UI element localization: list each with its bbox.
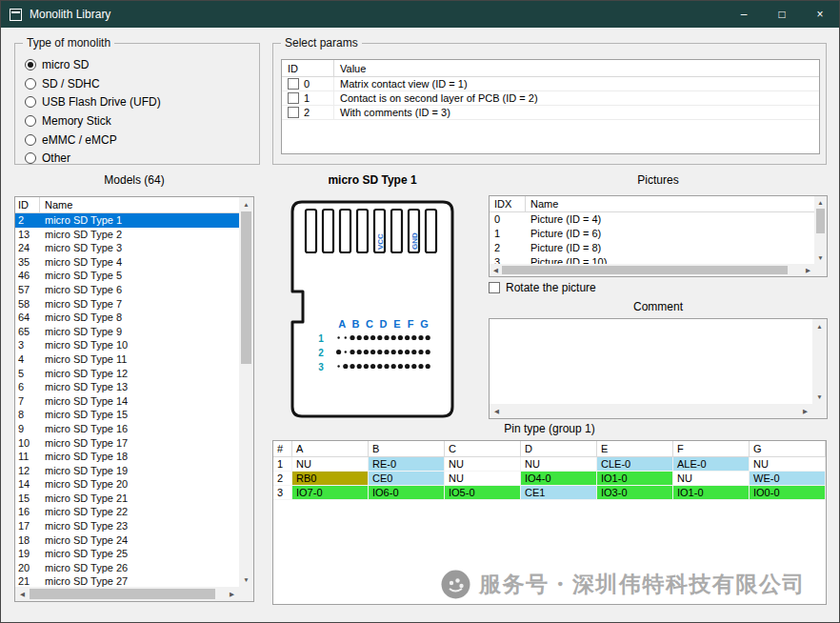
minimize-button[interactable]: – bbox=[725, 1, 763, 28]
pin-cell[interactable]: ALE-0 bbox=[673, 457, 750, 472]
model-row[interactable]: 18micro SD Type 24 bbox=[15, 533, 239, 548]
pin-cell[interactable]: CE1 bbox=[521, 486, 597, 500]
picture-row[interactable]: 0Picture (ID = 4) bbox=[490, 212, 814, 227]
model-row[interactable]: 6micro SD Type 13 bbox=[15, 380, 239, 394]
scroll-left-icon[interactable]: ◀ bbox=[490, 264, 502, 276]
pin-cell[interactable]: NU bbox=[292, 457, 369, 472]
scroll-down-icon[interactable]: ▼ bbox=[812, 390, 827, 404]
scrollbar-thumb[interactable] bbox=[30, 589, 215, 599]
model-row[interactable]: 20micro SD Type 26 bbox=[15, 561, 239, 575]
radio-option[interactable]: Other bbox=[25, 149, 161, 168]
pin-cell[interactable]: NU bbox=[445, 472, 521, 486]
pin-cell[interactable]: WE-0 bbox=[750, 472, 826, 486]
maximize-button[interactable]: □ bbox=[763, 1, 801, 28]
model-row[interactable]: 4micro SD Type 11 bbox=[15, 352, 239, 367]
model-row[interactable]: 10micro SD Type 17 bbox=[15, 436, 239, 451]
model-row[interactable]: 13micro SD Type 2 bbox=[15, 228, 239, 242]
model-row[interactable]: 57micro SD Type 6 bbox=[15, 283, 239, 297]
models-horizontal-scrollbar[interactable]: ◀ ▶ bbox=[15, 587, 239, 601]
model-row[interactable]: 21micro SD Type 27 bbox=[15, 574, 239, 587]
contact-dot bbox=[364, 335, 369, 340]
param-checkbox[interactable] bbox=[288, 78, 299, 90]
model-row[interactable]: 11micro SD Type 18 bbox=[15, 450, 239, 464]
contact-dot bbox=[391, 335, 396, 340]
pin-cell[interactable]: RE-0 bbox=[369, 457, 445, 472]
card-pinout-diagram: VCCGNDABCDEFG123 bbox=[289, 198, 456, 420]
model-row[interactable]: 46micro SD Type 5 bbox=[15, 269, 239, 283]
radio-option[interactable]: USB Flash Drive (UFD) bbox=[25, 92, 161, 111]
scrollbar-thumb[interactable] bbox=[816, 209, 825, 233]
scroll-left-icon[interactable]: ◀ bbox=[15, 587, 30, 601]
pin-cell[interactable]: IO7-0 bbox=[292, 486, 369, 500]
pin-cell[interactable]: NU bbox=[445, 457, 521, 472]
scroll-right-icon[interactable]: ▶ bbox=[798, 404, 812, 418]
comment-textarea[interactable]: ▲ ▼ ◀ ▶ bbox=[489, 318, 828, 419]
param-value: Matrix contact view (ID = 1) bbox=[334, 77, 819, 90]
comment-horizontal-scrollbar[interactable]: ◀ ▶ bbox=[490, 404, 812, 418]
param-id-cell: 0 bbox=[282, 77, 334, 90]
pin-cell[interactable]: IO1-0 bbox=[597, 472, 673, 486]
pictures-horizontal-scrollbar[interactable]: ◀ ▶ bbox=[490, 264, 814, 276]
scroll-up-icon[interactable]: ▲ bbox=[814, 196, 827, 209]
model-row[interactable]: 17micro SD Type 23 bbox=[15, 519, 239, 533]
comment-vertical-scrollbar[interactable]: ▲ ▼ bbox=[812, 319, 827, 404]
param-checkbox[interactable] bbox=[288, 92, 299, 104]
rotate-picture-row[interactable]: Rotate the picture bbox=[489, 281, 596, 294]
pin-cell[interactable]: IO0-0 bbox=[750, 486, 826, 500]
param-checkbox[interactable] bbox=[288, 107, 299, 118]
pin-cell[interactable]: NU bbox=[673, 472, 750, 486]
param-row[interactable]: 2With comments (ID = 3) bbox=[282, 106, 819, 120]
model-row[interactable]: 14micro SD Type 20 bbox=[15, 477, 239, 492]
scrollbar-thumb[interactable] bbox=[241, 211, 251, 364]
model-row[interactable]: 16micro SD Type 22 bbox=[15, 505, 239, 519]
model-row[interactable]: 2micro SD Type 1 bbox=[15, 213, 239, 228]
pictures-vertical-scrollbar[interactable]: ▲ ▼ bbox=[814, 196, 827, 264]
pin-cell[interactable]: IO6-0 bbox=[369, 486, 445, 500]
pin-cell[interactable]: IO3-0 bbox=[597, 486, 673, 500]
pin-cell[interactable]: NU bbox=[521, 457, 597, 472]
model-row[interactable]: 8micro SD Type 15 bbox=[15, 408, 239, 422]
scroll-right-icon[interactable]: ▶ bbox=[802, 264, 814, 276]
scroll-down-icon[interactable]: ▼ bbox=[814, 251, 827, 264]
pin-cell[interactable]: CLE-0 bbox=[597, 457, 673, 472]
model-row[interactable]: 24micro SD Type 3 bbox=[15, 241, 239, 255]
pin-cell[interactable]: IO4-0 bbox=[521, 472, 597, 486]
model-row[interactable]: 9micro SD Type 16 bbox=[15, 422, 239, 436]
scroll-up-icon[interactable]: ▲ bbox=[812, 319, 827, 333]
param-row[interactable]: 0Matrix contact view (ID = 1) bbox=[282, 77, 819, 91]
picture-row[interactable]: 3Picture (ID = 10) bbox=[490, 255, 814, 264]
model-row[interactable]: 65micro SD Type 9 bbox=[15, 325, 239, 339]
scrollbar-thumb[interactable] bbox=[502, 266, 788, 274]
scroll-right-icon[interactable]: ▶ bbox=[225, 587, 239, 601]
param-row[interactable]: 1Contact is on second layer of PCB (ID =… bbox=[282, 91, 819, 106]
model-row[interactable]: 64micro SD Type 8 bbox=[15, 311, 239, 325]
model-row[interactable]: 15micro SD Type 21 bbox=[15, 492, 239, 506]
model-row[interactable]: 3micro SD Type 10 bbox=[15, 338, 239, 352]
model-row[interactable]: 35micro SD Type 4 bbox=[15, 255, 239, 270]
close-button[interactable]: × bbox=[801, 1, 839, 28]
model-row[interactable]: 5micro SD Type 12 bbox=[15, 367, 239, 381]
scroll-left-icon[interactable]: ◀ bbox=[490, 404, 504, 418]
pin-cell[interactable]: RB0 bbox=[292, 472, 369, 486]
scroll-down-icon[interactable]: ▼ bbox=[239, 573, 253, 587]
models-vertical-scrollbar[interactable]: ▲ ▼ bbox=[239, 197, 253, 587]
picture-row[interactable]: 2Picture (ID = 8) bbox=[490, 241, 814, 255]
radio-option[interactable]: SD / SDHC bbox=[25, 74, 161, 93]
radio-option[interactable]: micro SD bbox=[25, 55, 161, 74]
radio-option[interactable]: Memory Stick bbox=[25, 111, 161, 131]
pin-cell[interactable]: IO5-0 bbox=[445, 486, 521, 500]
pin-column-header: B bbox=[369, 441, 445, 456]
pin-cell[interactable]: CE0 bbox=[369, 472, 445, 486]
model-row[interactable]: 19micro SD Type 25 bbox=[15, 547, 239, 561]
radio-option[interactable]: eMMC / eMCP bbox=[25, 131, 161, 150]
comment-content[interactable] bbox=[491, 321, 812, 404]
model-row[interactable]: 12micro SD Type 19 bbox=[15, 464, 239, 478]
pin-cell[interactable]: NU bbox=[750, 457, 826, 472]
model-row[interactable]: 58micro SD Type 7 bbox=[15, 297, 239, 312]
model-row[interactable]: 7micro SD Type 14 bbox=[15, 394, 239, 409]
scroll-up-icon[interactable]: ▲ bbox=[239, 197, 253, 211]
rotate-picture-checkbox[interactable] bbox=[489, 282, 500, 293]
picture-row[interactable]: 1Picture (ID = 6) bbox=[490, 227, 814, 241]
pin-cell[interactable]: IO1-0 bbox=[673, 486, 750, 500]
pin-column-header: E bbox=[597, 441, 673, 456]
